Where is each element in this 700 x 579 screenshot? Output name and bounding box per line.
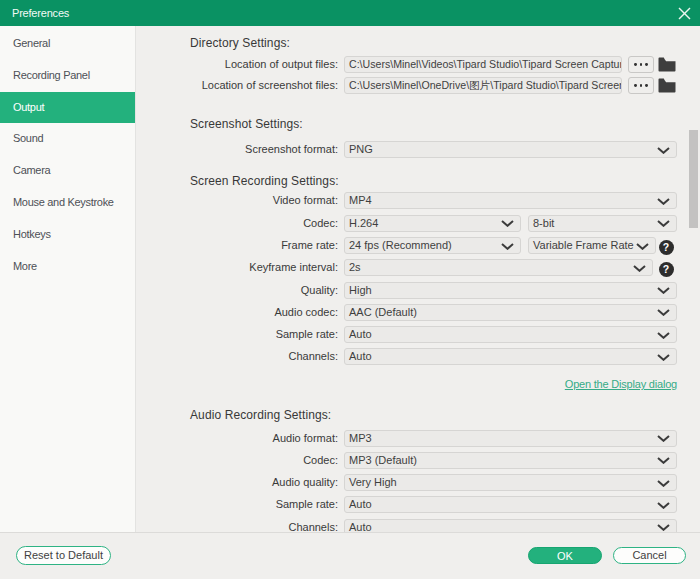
screen-recording-settings-heading: Screen Recording Settings: xyxy=(190,172,339,190)
audio-channels-label: Channels: xyxy=(136,519,338,533)
output-files-label: Location of output files: xyxy=(136,56,338,73)
video-format-select[interactable]: MP4 xyxy=(344,192,677,209)
audio-quality-select[interactable]: Very High xyxy=(344,474,677,491)
scrollbar-thumb[interactable] xyxy=(689,130,698,228)
sidebar: General Recording Panel Output Sound Cam… xyxy=(0,26,136,532)
audio-codec-label: Audio codec: xyxy=(136,304,338,321)
audio-format-select[interactable]: MP3 xyxy=(344,430,677,447)
sidebar-item-mouse-and-keystroke[interactable]: Mouse and Keystroke xyxy=(0,187,135,219)
screenshot-files-folder-icon[interactable] xyxy=(658,78,676,93)
frame-rate-help-icon[interactable]: ? xyxy=(659,240,674,255)
screenshot-format-label: Screenshot format: xyxy=(136,141,338,158)
channels-label: Channels: xyxy=(136,348,338,365)
audio-recording-settings-heading: Audio Recording Settings: xyxy=(190,406,331,424)
sidebar-item-sound[interactable]: Sound xyxy=(0,123,135,155)
sidebar-item-hotkeys[interactable]: Hotkeys xyxy=(0,219,135,251)
keyframe-interval-help-icon[interactable]: ? xyxy=(659,262,674,277)
sample-rate-label: Sample rate: xyxy=(136,326,338,343)
chevron-down-icon xyxy=(657,457,670,464)
audio-quality-label: Audio quality: xyxy=(136,474,338,491)
cancel-button[interactable]: Cancel xyxy=(613,547,686,564)
chevron-down-icon xyxy=(633,265,646,272)
output-settings-panel: Directory Settings: Location of output f… xyxy=(136,26,700,532)
ok-button[interactable]: OK xyxy=(528,547,602,564)
quality-select[interactable]: High xyxy=(344,282,677,299)
sidebar-item-recording-panel[interactable]: Recording Panel xyxy=(0,60,135,92)
screenshot-files-label: Location of screenshot files: xyxy=(136,77,338,94)
sidebar-item-output[interactable]: Output xyxy=(0,92,135,124)
variable-frame-rate-select[interactable]: Variable Frame Rate xyxy=(528,237,656,254)
codec-label: Codec: xyxy=(136,215,338,232)
audio-channels-select[interactable]: Auto xyxy=(344,519,677,533)
channels-select[interactable]: Auto xyxy=(344,348,677,365)
audio-sample-rate-select[interactable]: Auto xyxy=(344,496,677,513)
footer-bar: Reset to Default OK Cancel xyxy=(0,532,700,579)
output-files-browse-button[interactable] xyxy=(628,56,654,73)
open-display-dialog-link[interactable]: Open the Display dialog xyxy=(565,376,677,393)
frame-rate-select[interactable]: 24 fps (Recommend) xyxy=(344,237,521,254)
chevron-down-icon xyxy=(501,220,514,227)
reset-to-default-button[interactable]: Reset to Default xyxy=(16,546,111,565)
audio-format-label: Audio format: xyxy=(136,430,338,447)
chevron-down-icon xyxy=(657,480,670,487)
audio-codec-select[interactable]: AAC (Default) xyxy=(344,304,677,321)
output-files-folder-icon[interactable] xyxy=(658,57,676,72)
keyframe-interval-select[interactable]: 2s xyxy=(344,259,653,276)
chevron-down-icon xyxy=(657,309,670,316)
sidebar-item-camera[interactable]: Camera xyxy=(0,155,135,187)
output-files-input[interactable]: C:\Users\Minel\Videos\Tipard Studio\Tipa… xyxy=(344,56,622,73)
chevron-down-icon xyxy=(657,198,670,205)
chevron-down-icon xyxy=(501,243,514,250)
screenshot-files-browse-button[interactable] xyxy=(628,77,654,94)
audio-codec2-select[interactable]: MP3 (Default) xyxy=(344,452,677,469)
chevron-down-icon xyxy=(657,354,670,361)
audio-codec2-label: Codec: xyxy=(136,452,338,469)
chevron-down-icon xyxy=(657,502,670,509)
close-icon[interactable] xyxy=(678,7,691,20)
screenshot-settings-heading: Screenshot Settings: xyxy=(190,115,303,133)
chevron-down-icon xyxy=(657,220,670,227)
frame-rate-label: Frame rate: xyxy=(136,237,338,254)
keyframe-interval-label: Keyframe interval: xyxy=(136,259,338,276)
bit-depth-select[interactable]: 8-bit xyxy=(528,215,677,232)
screenshot-files-input[interactable]: C:\Users\Minel\OneDrive\图片\Tipard Studio… xyxy=(344,77,622,94)
directory-settings-heading: Directory Settings: xyxy=(190,34,290,52)
sidebar-item-general[interactable]: General xyxy=(0,28,135,60)
sidebar-item-more[interactable]: More xyxy=(0,251,135,283)
quality-label: Quality: xyxy=(136,282,338,299)
chevron-down-icon xyxy=(657,435,670,442)
video-format-label: Video format: xyxy=(136,192,338,209)
audio-sample-rate-label: Sample rate: xyxy=(136,496,338,513)
title-bar: Preferences xyxy=(0,0,700,26)
chevron-down-icon xyxy=(636,243,649,250)
chevron-down-icon xyxy=(657,147,670,154)
preferences-dialog: Preferences General Recording Panel Outp… xyxy=(0,0,700,579)
dialog-title: Preferences xyxy=(12,0,69,26)
sample-rate-select[interactable]: Auto xyxy=(344,326,677,343)
screenshot-format-select[interactable]: PNG xyxy=(344,141,677,158)
chevron-down-icon xyxy=(657,332,670,339)
chevron-down-icon xyxy=(657,524,670,531)
chevron-down-icon xyxy=(657,287,670,294)
codec-select[interactable]: H.264 xyxy=(344,215,521,232)
